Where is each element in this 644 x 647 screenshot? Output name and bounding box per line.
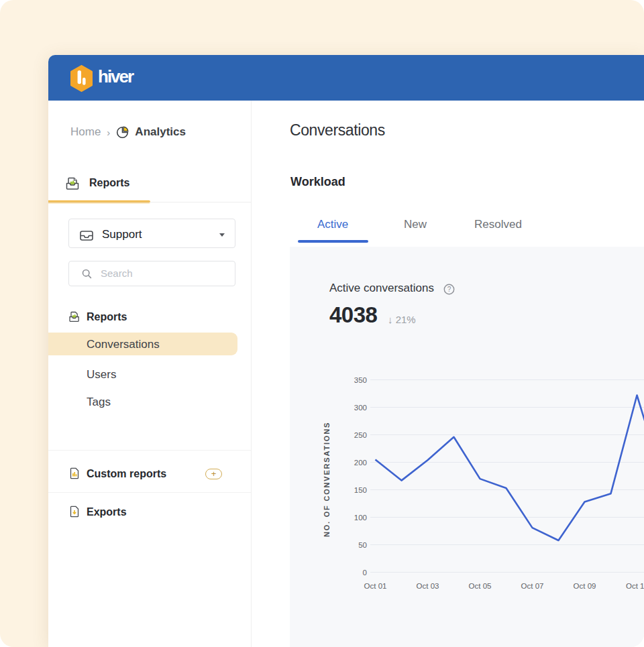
svg-text:Oct 09: Oct 09 [574, 582, 596, 590]
svg-text:150: 150 [354, 486, 367, 494]
svg-text:250: 250 [354, 431, 367, 439]
svg-text:0: 0 [363, 569, 367, 577]
svg-text:100: 100 [354, 514, 367, 522]
svg-text:300: 300 [354, 404, 367, 412]
svg-text:Oct 03: Oct 03 [417, 582, 439, 590]
svg-text:Oct 05: Oct 05 [469, 582, 492, 590]
svg-text:350: 350 [354, 376, 367, 384]
svg-text:50: 50 [358, 541, 367, 549]
svg-text:Oct 11: Oct 11 [626, 582, 644, 590]
svg-text:Oct 01: Oct 01 [364, 582, 387, 590]
svg-text:200: 200 [354, 459, 367, 467]
svg-text:Oct 07: Oct 07 [521, 582, 544, 590]
svg-text:NO. OF CONVERSATIONS: NO. OF CONVERSATIONS [323, 422, 331, 537]
